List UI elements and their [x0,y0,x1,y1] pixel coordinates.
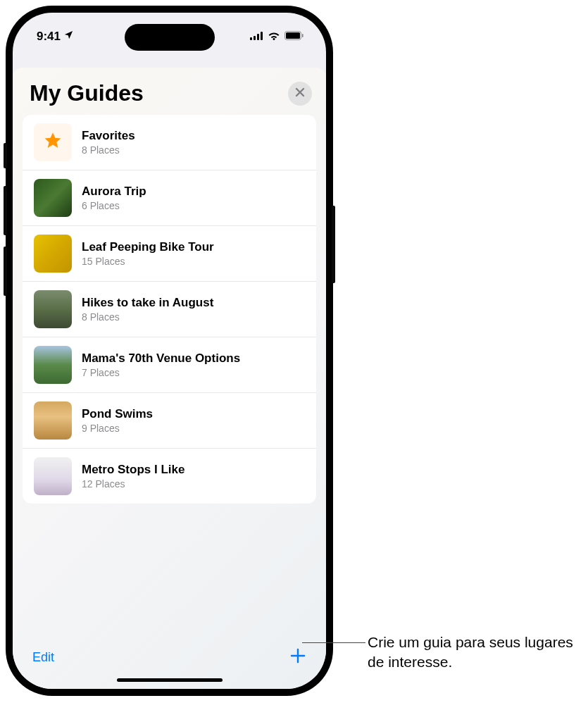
battery-icon [284,30,304,44]
my-guides-sheet: My Guides [13,68,326,689]
guide-thumb [34,290,72,328]
cellular-icon [250,30,263,44]
svg-rect-2 [257,34,259,40]
status-time: 9:41 [37,30,61,44]
plus-icon [289,654,306,666]
guide-text: Metro Stops I Like 12 Places [82,463,184,490]
guide-title: Leaf Peeping Bike Tour [82,240,214,254]
guide-thumb [34,457,72,495]
phone-screen: 9:41 My Gui [13,13,326,689]
add-guide-button[interactable] [289,647,306,667]
guide-row[interactable]: Pond Swims 9 Places [23,392,316,448]
guide-text: Pond Swims 9 Places [82,407,153,434]
guide-row[interactable]: Mama's 70th Venue Options 7 Places [23,337,316,392]
status-right [250,30,304,44]
guide-subtitle: 8 Places [82,311,213,323]
volume-down-button [4,247,7,296]
guide-thumb [34,179,72,217]
guide-title: Aurora Trip [82,185,146,199]
guide-thumb [34,401,72,440]
guide-subtitle: 12 Places [82,478,184,490]
star-icon [43,131,63,154]
location-icon [63,30,74,44]
guide-row[interactable]: Leaf Peeping Bike Tour 15 Places [23,225,316,281]
close-icon [295,87,305,100]
home-indicator[interactable] [117,678,223,682]
guide-row[interactable]: Metro Stops I Like 12 Places [23,448,316,504]
sheet-backdrop: My Guides [13,51,326,689]
dynamic-island [125,24,215,51]
guide-title: Hikes to take in August [82,296,213,310]
bottom-toolbar: Edit [13,632,326,673]
power-button [332,206,335,283]
close-button[interactable] [288,82,312,106]
guide-text: Mama's 70th Venue Options 7 Places [82,351,240,378]
svg-rect-1 [254,36,256,40]
status-left: 9:41 [37,30,74,44]
guide-subtitle: 9 Places [82,423,153,434]
guide-subtitle: 15 Places [82,256,214,267]
status-bar: 9:41 [13,13,326,51]
silent-switch [4,143,7,168]
guide-title: Mama's 70th Venue Options [82,351,240,366]
guide-text: Aurora Trip 6 Places [82,185,146,211]
guides-list: Favorites 8 Places Aurora Trip 6 Places [23,115,316,504]
svg-rect-3 [261,32,263,40]
edit-button[interactable]: Edit [32,650,54,665]
guide-thumb [34,235,72,273]
guide-text: Favorites 8 Places [82,129,135,156]
guide-row-favorites[interactable]: Favorites 8 Places [23,115,316,170]
guide-subtitle: 8 Places [82,144,135,156]
guide-subtitle: 7 Places [82,367,240,378]
callout-text: Crie um guia para seus lugares de intere… [368,633,579,673]
guide-title: Favorites [82,129,135,143]
wifi-icon [268,30,280,44]
guide-title: Metro Stops I Like [82,463,184,477]
svg-rect-5 [286,32,300,39]
guide-text: Hikes to take in August 8 Places [82,296,213,323]
guide-title: Pond Swims [82,407,153,421]
guide-row[interactable]: Hikes to take in August 8 Places [23,281,316,337]
guide-text: Leaf Peeping Bike Tour 15 Places [82,240,214,267]
svg-rect-0 [250,37,252,40]
volume-up-button [4,186,7,235]
guide-subtitle: 6 Places [82,200,146,211]
callout-leader-line [302,642,365,643]
guide-thumb [34,346,72,384]
svg-rect-6 [302,34,304,37]
guide-row[interactable]: Aurora Trip 6 Places [23,170,316,225]
sheet-header: My Guides [13,68,326,115]
phone-frame: 9:41 My Gui [6,6,333,696]
favorites-thumb [34,123,72,161]
page-title: My Guides [30,80,144,106]
